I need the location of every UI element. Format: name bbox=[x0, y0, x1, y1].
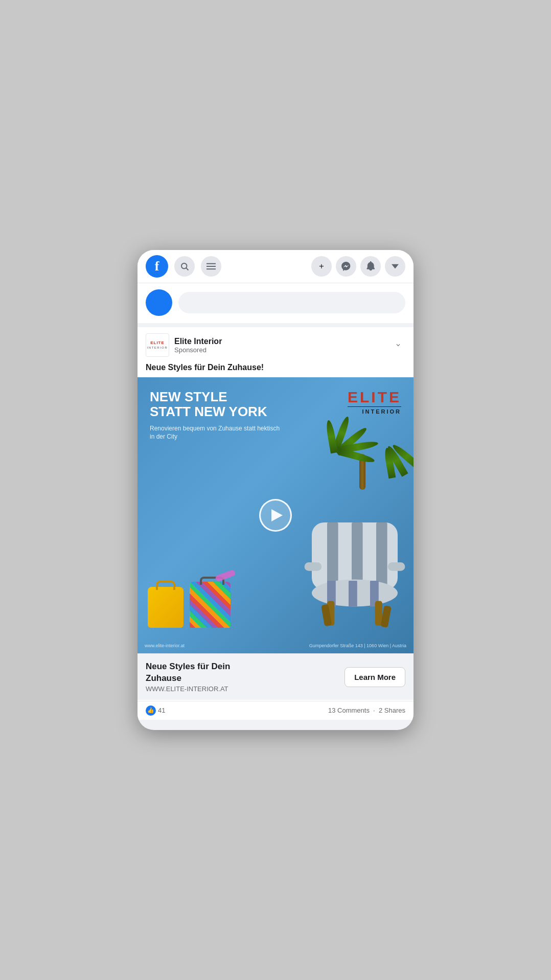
ad-media-content: NEW STYLE STATT NEW YORK Renovieren bequ… bbox=[137, 377, 414, 653]
status-bar bbox=[137, 283, 414, 327]
svg-rect-8 bbox=[376, 522, 387, 590]
ad-header: ELITE INTERIOR Elite Interior Sponsored bbox=[137, 327, 414, 361]
sponsored-label: Sponsored bbox=[174, 346, 386, 354]
ad-header-info: Elite Interior Sponsored bbox=[174, 337, 386, 354]
facebook-logo[interactable]: f bbox=[146, 255, 168, 278]
notifications-button[interactable] bbox=[360, 256, 381, 277]
ad-body-text: Neue Styles für Dein Zuhause! bbox=[137, 361, 414, 377]
comments-count: 13 Comments bbox=[328, 706, 370, 714]
advertiser-logo: ELITE INTERIOR bbox=[146, 333, 169, 357]
play-button[interactable] bbox=[259, 499, 292, 532]
dropdown-button[interactable] bbox=[385, 256, 405, 277]
media-footer-text: www.elite-interior.at Gumpendorfer Straß… bbox=[137, 643, 414, 648]
yellow-bag bbox=[148, 587, 183, 628]
user-avatar[interactable] bbox=[146, 289, 172, 316]
svg-rect-6 bbox=[327, 522, 338, 590]
ad-footer-url: WWW.ELITE-INTERIOR.AT bbox=[146, 685, 338, 693]
media-website: www.elite-interior.at bbox=[145, 643, 185, 648]
ad-headline: NEW STYLE STATT NEW YORK bbox=[150, 390, 288, 419]
ad-reactions: 👍 41 13 Comments · 2 Shares bbox=[137, 701, 414, 720]
like-count: 41 bbox=[158, 706, 165, 714]
media-address: Gumpendorfer Straße 143 | 1060 Wien | Au… bbox=[309, 643, 406, 648]
ad-menu-button[interactable] bbox=[391, 336, 405, 354]
tote-bag bbox=[190, 582, 231, 628]
svg-rect-18 bbox=[388, 562, 405, 571]
menu-button[interactable] bbox=[201, 256, 221, 277]
reactions-left: 👍 41 bbox=[146, 705, 165, 716]
advertiser-name[interactable]: Elite Interior bbox=[174, 337, 386, 346]
svg-rect-17 bbox=[305, 562, 322, 571]
search-button[interactable] bbox=[174, 256, 195, 277]
svg-rect-11 bbox=[349, 581, 357, 606]
chair-decoration bbox=[291, 510, 414, 633]
comments-shares: 13 Comments · 2 Shares bbox=[328, 706, 405, 714]
ad-card: ELITE INTERIOR Elite Interior Sponsored … bbox=[137, 327, 414, 719]
like-icon: 👍 bbox=[146, 705, 156, 716]
ad-footer-text: Neue Styles für Dein Zuhause WWW.ELITE-I… bbox=[146, 661, 338, 692]
ad-footer-title: Neue Styles für Dein Zuhause bbox=[146, 661, 338, 683]
ad-media-inner: NEW STYLE STATT NEW YORK Renovieren bequ… bbox=[137, 377, 414, 653]
top-nav: f + bbox=[137, 250, 414, 283]
ad-subtext: Renovieren bequem von Zuhause statt hekt… bbox=[150, 424, 281, 442]
palm-decoration bbox=[327, 393, 398, 490]
shares-count: 2 Shares bbox=[379, 706, 405, 714]
svg-rect-14 bbox=[375, 601, 382, 626]
learn-more-button[interactable]: Learn More bbox=[345, 667, 405, 687]
svg-point-0 bbox=[181, 263, 187, 269]
ad-footer-bar: Neue Styles für Dein Zuhause WWW.ELITE-I… bbox=[137, 653, 414, 699]
phone-frame: f + bbox=[137, 250, 414, 730]
add-button[interactable]: + bbox=[311, 256, 332, 277]
svg-line-1 bbox=[186, 268, 188, 270]
bag-decorations bbox=[148, 582, 231, 628]
messenger-button[interactable] bbox=[336, 256, 356, 277]
status-input[interactable] bbox=[178, 292, 405, 313]
play-icon bbox=[271, 509, 283, 521]
ad-media[interactable]: NEW STYLE STATT NEW YORK Renovieren bequ… bbox=[137, 377, 414, 653]
